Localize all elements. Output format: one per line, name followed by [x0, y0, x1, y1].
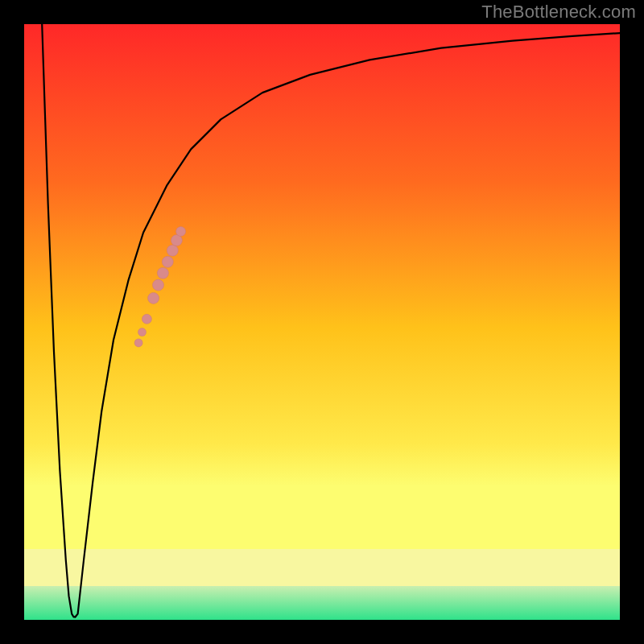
highlight-dot: [167, 245, 178, 256]
green-band: [24, 586, 620, 620]
chart-container: { "attribution": "TheBottleneck.com", "c…: [0, 0, 644, 644]
frame-right: [620, 0, 644, 644]
attribution-text: TheBottleneck.com: [481, 2, 636, 23]
highlight-dot: [148, 292, 159, 303]
bottleneck-chart: [0, 0, 644, 644]
yellow-band: [24, 549, 620, 586]
highlight-dot: [138, 328, 147, 336]
highlight-dot: [162, 256, 173, 267]
highlight-dot: [134, 339, 142, 347]
frame-bottom: [0, 620, 644, 644]
highlight-dot: [157, 267, 168, 279]
gradient-background: [24, 24, 620, 549]
highlight-dot: [176, 227, 186, 237]
highlight-dot: [153, 279, 164, 291]
frame-left: [0, 0, 24, 644]
highlight-dot: [142, 314, 151, 324]
